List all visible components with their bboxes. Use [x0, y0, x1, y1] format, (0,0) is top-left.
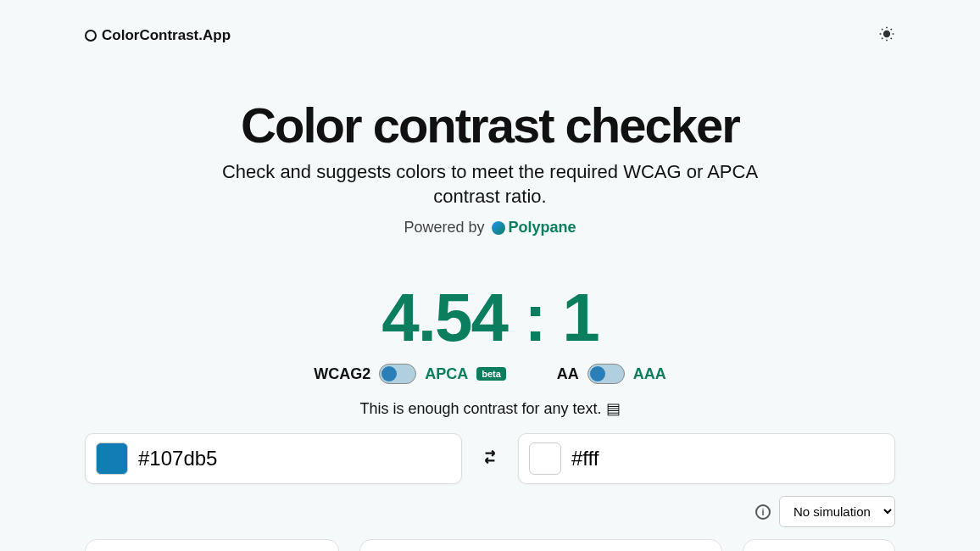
page-title: Color contrast checker	[0, 97, 980, 153]
apca-label: APCA	[425, 365, 468, 383]
beta-badge: beta	[476, 367, 506, 381]
preview-card-large: Use Polypane and get color	[359, 539, 722, 551]
status-text: This is enough contrast for any text.	[359, 400, 601, 417]
sun-icon	[878, 25, 895, 42]
svg-line-8	[891, 29, 892, 30]
polypane-label: Polypane	[509, 219, 576, 237]
swap-icon	[479, 446, 501, 468]
foreground-input[interactable]	[138, 447, 451, 470]
theme-toggle[interactable]	[878, 25, 895, 46]
algorithm-toggle-group: WCAG2 APCA beta	[314, 364, 506, 384]
polypane-icon	[492, 221, 505, 235]
foreground-color-field[interactable]	[85, 433, 462, 484]
foreground-swatch[interactable]	[96, 442, 128, 475]
info-icon[interactable]: i	[755, 504, 771, 520]
level-toggle[interactable]	[587, 364, 625, 384]
preview-card-side	[743, 539, 895, 551]
algorithm-toggle[interactable]	[379, 364, 416, 384]
contrast-icon	[85, 30, 97, 42]
background-swatch[interactable]	[529, 442, 561, 475]
background-input[interactable]	[571, 447, 884, 470]
powered-by-text: Powered by	[404, 219, 484, 237]
swap-colors-button[interactable]	[479, 446, 501, 471]
powered-by: Powered by Polypane	[0, 219, 980, 237]
background-color-field[interactable]	[518, 433, 895, 484]
level-toggle-group: AA AAA	[557, 364, 666, 384]
svg-line-4	[891, 38, 892, 39]
svg-line-7	[882, 38, 883, 39]
polypane-link[interactable]: Polypane	[492, 219, 576, 237]
svg-line-3	[882, 29, 883, 30]
preview-card-small: Use Polypane and get color	[85, 539, 339, 551]
simulation-select[interactable]: No simulation	[779, 496, 895, 527]
contrast-ratio: 4.54 : 1	[0, 279, 980, 357]
svg-point-0	[884, 31, 890, 37]
text-size-icon: ▤	[606, 400, 621, 417]
wcag2-label: WCAG2	[314, 365, 370, 383]
aaa-label: AAA	[633, 365, 666, 383]
aa-label: AA	[557, 365, 579, 383]
app-logo[interactable]: ColorContrast.App	[85, 27, 231, 44]
page-subtitle: Check and suggests colors to meet the re…	[193, 160, 787, 209]
app-name: ColorContrast.App	[102, 27, 231, 44]
